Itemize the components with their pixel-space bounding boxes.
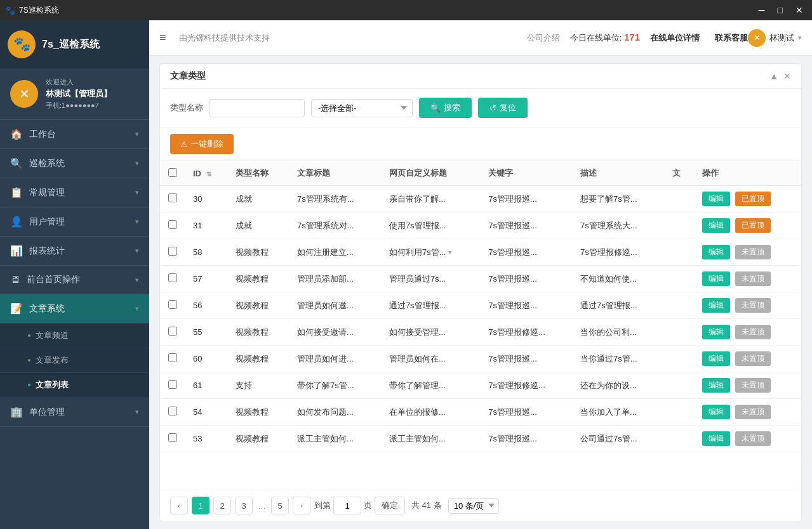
row-checkbox[interactable]: [168, 273, 177, 282]
edit-button[interactable]: 编辑: [702, 271, 730, 286]
edit-button[interactable]: 编辑: [702, 192, 730, 206]
edit-button[interactable]: 编辑: [702, 378, 730, 393]
edit-button[interactable]: 编辑: [702, 351, 730, 366]
page-5-button[interactable]: 5: [271, 497, 289, 514]
edit-button[interactable]: 编辑: [702, 405, 730, 419]
goto-input[interactable]: [333, 497, 361, 514]
sort-icon[interactable]: ⇅: [206, 171, 211, 178]
sidebar-item-user[interactable]: 👤 用户管理 ▾: [0, 207, 149, 237]
row-checkbox-cell: [160, 212, 185, 239]
search-button-label: 搜索: [444, 102, 460, 114]
sidebar-item-article-channel[interactable]: 文章频道: [0, 323, 149, 348]
row-id: 55: [185, 319, 228, 346]
close-button[interactable]: ✕: [792, 5, 807, 15]
sidebar-app-title: 7s_巡检系统: [42, 38, 100, 51]
toolbar: ⚠ 一键删除: [160, 127, 801, 161]
page-3-button[interactable]: 3: [235, 497, 253, 514]
panel-close-button[interactable]: ✕: [783, 71, 791, 81]
type-select[interactable]: -选择全部- 成就 视频教程 支持: [311, 99, 413, 117]
online-detail-link[interactable]: 在线单位详情: [650, 32, 700, 44]
set-top-button[interactable]: 未置顶: [735, 245, 771, 259]
row-file: [665, 319, 695, 346]
set-top-button[interactable]: 未置顶: [735, 271, 771, 286]
content-area: 文章类型 ▲ ✕ 类型名称 -选择全部- 成就 视频教程 支持: [149, 56, 812, 529]
select-all-checkbox[interactable]: [168, 168, 177, 177]
table-row: 55 视频教程 如何接受邀请... 如何接受管理... 7s管理报修巡... 当…: [160, 319, 801, 346]
row-checkbox[interactable]: [168, 433, 177, 442]
contact-link[interactable]: 联系客服: [715, 32, 748, 44]
sidebar-nav: 🏠 工作台 ▾ 🔍 巡检系统 ▾ 📋 常规管理 ▾ 👤 用户管理 ▾: [0, 120, 149, 529]
row-web-title: 带你了解管理...: [382, 372, 481, 399]
row-checkbox[interactable]: [168, 193, 177, 202]
edit-button[interactable]: 编辑: [702, 298, 730, 313]
search-icon: 🔍: [430, 103, 441, 113]
row-checkbox[interactable]: [168, 353, 177, 362]
row-checkbox[interactable]: [168, 380, 177, 389]
menu-toggle-icon[interactable]: ≡: [159, 31, 166, 44]
sidebar-item-report[interactable]: 📊 报表统计 ▾: [0, 237, 149, 266]
row-action: 编辑 已置顶: [695, 186, 801, 212]
minimize-button[interactable]: ─: [755, 5, 769, 15]
row-desc: 当你通过7s管...: [573, 346, 665, 372]
row-article-title: 如何注册建立...: [290, 239, 382, 266]
row-file: [665, 212, 695, 239]
prev-page-button[interactable]: ‹: [170, 497, 188, 514]
collapse-button[interactable]: ▲: [769, 71, 778, 81]
row-checkbox[interactable]: [168, 407, 177, 415]
web-title-cell: 如何接受管理...: [389, 327, 473, 338]
set-top-button[interactable]: 未置顶: [735, 351, 771, 366]
sidebar-item-inspection[interactable]: 🔍 巡检系统 ▾: [0, 149, 149, 178]
chevron-down-icon: ▾: [135, 130, 139, 138]
search-button[interactable]: 🔍 搜索: [419, 98, 472, 118]
row-keyword: 7s管理报修巡...: [481, 372, 573, 399]
type-name-input[interactable]: [210, 99, 305, 117]
col-type-name: 类型名称: [228, 161, 290, 186]
sidebar-item-routine[interactable]: 📋 常规管理 ▾: [0, 178, 149, 207]
sidebar-item-workbench[interactable]: 🏠 工作台 ▾: [0, 120, 149, 149]
page-2-button[interactable]: 2: [213, 497, 231, 514]
web-title-text: 如何接受管理...: [389, 327, 446, 338]
set-top-button[interactable]: 已置顶: [735, 218, 771, 233]
sidebar: 🐾 7s_巡检系统 ✕ 欢迎进入 林测试【管理员】 手机:1●●●●●●●7 🏠…: [0, 20, 149, 529]
row-action: 编辑 未置顶: [695, 266, 801, 292]
row-type-name: 视频教程: [228, 399, 290, 426]
next-page-button[interactable]: ›: [293, 497, 310, 514]
sidebar-item-article-list[interactable]: 文章列表: [0, 373, 149, 398]
row-checkbox[interactable]: [168, 300, 177, 309]
edit-button[interactable]: 编辑: [702, 245, 730, 259]
sidebar-item-article[interactable]: 📝 文章系统 ▾: [0, 294, 149, 323]
set-top-button[interactable]: 未置顶: [735, 325, 771, 339]
row-desc: 7s管理报修巡...: [573, 239, 665, 266]
row-checkbox[interactable]: [168, 247, 177, 256]
sidebar-item-frontend[interactable]: 🖥 前台首页操作 ▾: [0, 266, 149, 294]
set-top-button[interactable]: 未置顶: [735, 378, 771, 393]
row-checkbox[interactable]: [168, 220, 177, 229]
user-phone: 手机:1●●●●●●●7: [46, 101, 139, 110]
col-keyword: 关键字: [481, 161, 573, 186]
top-bar-user-area[interactable]: ✕ 林测试 ▾: [748, 29, 802, 47]
user-welcome: 欢迎进入: [46, 77, 139, 87]
dropdown-icon[interactable]: ▾: [448, 249, 451, 256]
page-1-button[interactable]: 1: [192, 497, 210, 514]
goto-confirm-button[interactable]: 确定: [375, 497, 405, 514]
set-top-button[interactable]: 未置顶: [735, 431, 771, 446]
sidebar-item-article-publish[interactable]: 文章发布: [0, 348, 149, 373]
edit-button[interactable]: 编辑: [702, 431, 730, 446]
delete-all-button[interactable]: ⚠ 一键删除: [170, 134, 234, 154]
user-avatar: ✕: [10, 80, 38, 108]
company-intro-link[interactable]: 公司介绍: [527, 32, 560, 44]
row-checkbox-cell: [160, 292, 185, 319]
edit-button[interactable]: 编辑: [702, 325, 730, 339]
edit-button[interactable]: 编辑: [702, 218, 730, 233]
maximize-button[interactable]: □: [774, 5, 787, 15]
set-top-button[interactable]: 未置顶: [735, 298, 771, 313]
set-top-button[interactable]: 未置顶: [735, 405, 771, 419]
row-checkbox-cell: [160, 186, 185, 212]
chevron-down-icon: ▾: [135, 188, 139, 197]
page-size-select[interactable]: 10 条/页 20 条/页 50 条/页: [448, 498, 499, 514]
set-top-button[interactable]: 已置顶: [735, 192, 771, 206]
sidebar-item-unit[interactable]: 🏢 单位管理 ▾: [0, 398, 149, 427]
online-count: 今日在线单位: 171: [570, 32, 640, 44]
reset-button[interactable]: ↺ 复位: [478, 98, 528, 118]
row-checkbox[interactable]: [168, 327, 177, 336]
